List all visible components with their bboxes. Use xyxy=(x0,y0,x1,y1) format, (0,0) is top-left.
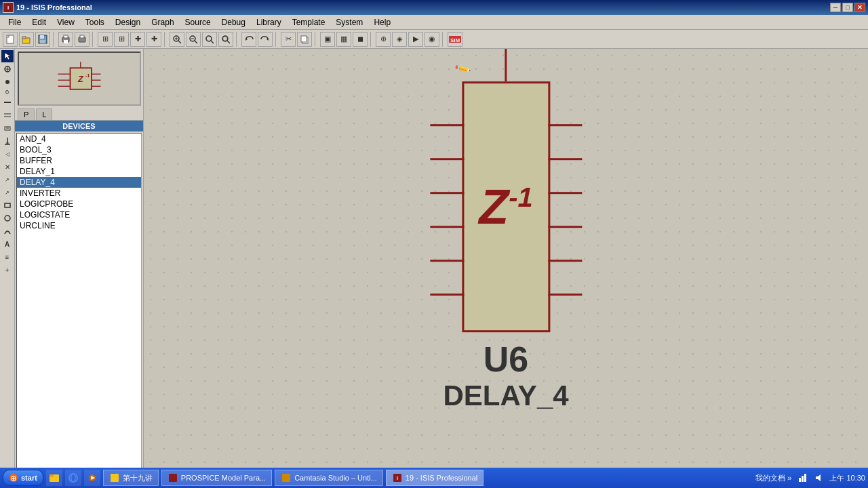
taskbar-item-prospice[interactable]: PROSPICE Model Para... xyxy=(161,470,272,486)
device-and4[interactable]: AND_4 xyxy=(17,134,141,144)
select-tool[interactable] xyxy=(1,50,14,62)
svg-rect-12 xyxy=(64,40,68,43)
zoom-fit-button[interactable] xyxy=(218,32,233,47)
zoom-out-button[interactable] xyxy=(186,32,201,47)
quicklaunch-media[interactable] xyxy=(84,470,100,486)
print2-button[interactable] xyxy=(75,32,90,47)
copy-button[interactable] xyxy=(297,32,312,47)
menu-template[interactable]: Template xyxy=(287,16,331,28)
menu-design[interactable]: Design xyxy=(110,16,146,28)
new-button[interactable] xyxy=(3,32,18,47)
taskbar-item-lecture[interactable]: 第十九讲 xyxy=(103,470,159,486)
devices-label: DEVICES xyxy=(15,121,143,131)
taskbar-item-camtasia[interactable]: Camtasia Studio – Unti... xyxy=(275,470,383,486)
svg-rect-6 xyxy=(22,37,26,39)
toolbar-sep-2 xyxy=(92,32,95,47)
menu-edit[interactable]: Edit xyxy=(26,16,52,28)
noconn-tool[interactable]: ✕ xyxy=(1,161,14,173)
minimize-button[interactable]: ─ xyxy=(830,3,841,12)
device-delay1[interactable]: DELAY_1 xyxy=(17,166,141,177)
tab-p[interactable]: P xyxy=(18,108,35,120)
grid2-button[interactable]: ⊞ xyxy=(114,32,129,47)
systray-label: 我的文档 » xyxy=(755,473,791,483)
quicklaunch-ie[interactable] xyxy=(65,470,81,486)
device-logicprobe[interactable]: LOGICPROBE xyxy=(17,199,141,209)
port-tool[interactable]: ◁ xyxy=(1,148,14,160)
menu-graph[interactable]: Graph xyxy=(146,16,179,28)
power-tool[interactable] xyxy=(1,135,14,147)
sim1-button[interactable]: SIM xyxy=(448,32,462,47)
add-button[interactable]: ✚ xyxy=(130,32,145,47)
device-bool3[interactable]: BOOL_3 xyxy=(17,144,141,155)
pin-top-container xyxy=(462,49,550,81)
box-tool[interactable] xyxy=(1,199,14,211)
grid-button[interactable]: ⊞ xyxy=(98,32,113,47)
menu-tools[interactable]: Tools xyxy=(80,16,110,28)
print-button[interactable] xyxy=(58,32,73,47)
circle-tool[interactable] xyxy=(1,212,14,224)
menu-file[interactable]: File xyxy=(3,16,26,28)
component-tool[interactable] xyxy=(1,63,14,75)
menu-view[interactable]: View xyxy=(52,16,80,28)
menu-source[interactable]: Source xyxy=(180,16,216,28)
zoom-area-button[interactable] xyxy=(202,32,217,47)
save-button[interactable] xyxy=(35,32,50,47)
tool3-button[interactable]: ▶ xyxy=(408,32,423,47)
titlebar-title: 19 - ISIS Professional xyxy=(16,3,92,12)
device-inverter[interactable]: INVERTER xyxy=(17,188,141,199)
toolbar-sep-8 xyxy=(442,32,445,47)
arc-tool[interactable] xyxy=(1,225,14,237)
taskbar-label-lecture: 第十九讲 xyxy=(123,473,153,483)
svg-text:I: I xyxy=(397,476,398,481)
canvas-area[interactable]: Z-1 U6 DELAY_4 ✏️ xyxy=(144,49,868,473)
device-buffer[interactable]: BUFFER xyxy=(17,155,141,166)
draw-wire[interactable]: ↗ xyxy=(1,174,14,186)
clock-display: 上午 10:30 xyxy=(829,473,865,483)
svg-marker-73 xyxy=(816,474,821,481)
taskbar-item-isis[interactable]: I 19 - ISIS Professional xyxy=(386,470,484,486)
wire-tool[interactable] xyxy=(1,96,14,108)
tool1-button[interactable]: ⊕ xyxy=(376,32,391,47)
titlebar-controls: ─ □ ✕ xyxy=(830,3,865,12)
svg-line-23 xyxy=(211,41,214,43)
restore-button[interactable]: □ xyxy=(842,3,853,12)
junction-tool[interactable] xyxy=(1,76,14,88)
add-pin-tool[interactable]: + xyxy=(1,264,14,276)
text-tool[interactable]: A xyxy=(1,238,14,250)
block1-button[interactable]: ▣ xyxy=(320,32,335,47)
tool4-button[interactable]: ◉ xyxy=(425,32,439,47)
open-button[interactable] xyxy=(19,32,34,47)
chip-label: Z-1 xyxy=(479,182,533,231)
cut-button[interactable]: ✂ xyxy=(281,32,296,47)
block2-button[interactable]: ▦ xyxy=(336,32,351,47)
close-button[interactable]: ✕ xyxy=(854,3,865,12)
menu-library[interactable]: Library xyxy=(251,16,287,28)
taskbar-label-prospice: PROSPICE Model Para... xyxy=(181,474,266,482)
tool2-button[interactable]: ◈ xyxy=(392,32,407,47)
device-logicstate[interactable]: LOGICSTATE xyxy=(17,209,141,220)
device-urcline[interactable]: URCLINE xyxy=(17,220,141,231)
undo-button[interactable] xyxy=(241,32,256,47)
draw-bus[interactable]: ↗ xyxy=(1,186,14,199)
menu-help[interactable]: Help xyxy=(368,16,396,28)
add2-button[interactable]: ✚ xyxy=(146,32,161,47)
redo-button[interactable] xyxy=(258,32,273,47)
bus-tool[interactable] xyxy=(1,109,14,121)
svg-rect-72 xyxy=(804,474,806,482)
tab-l[interactable]: L xyxy=(36,108,52,120)
start-button[interactable]: ⊞ start xyxy=(3,470,43,486)
svg-text:-1: -1 xyxy=(85,73,90,79)
pin-left-3 xyxy=(430,192,464,194)
component-container: Z-1 U6 DELAY_4 xyxy=(443,49,568,412)
device-delay4[interactable]: DELAY_4 xyxy=(17,177,141,188)
svg-point-62 xyxy=(71,474,75,482)
label-tool[interactable] xyxy=(1,122,14,134)
symbol-tool[interactable]: ≡ xyxy=(1,251,14,263)
menu-system[interactable]: System xyxy=(330,16,368,28)
zoom-in-button[interactable] xyxy=(170,32,184,47)
block3-button[interactable]: ◼ xyxy=(353,32,368,47)
quicklaunch-explorer[interactable] xyxy=(46,470,62,486)
volume-icon xyxy=(813,472,824,483)
svg-rect-45 xyxy=(5,203,10,207)
menu-debug[interactable]: Debug xyxy=(216,16,251,28)
